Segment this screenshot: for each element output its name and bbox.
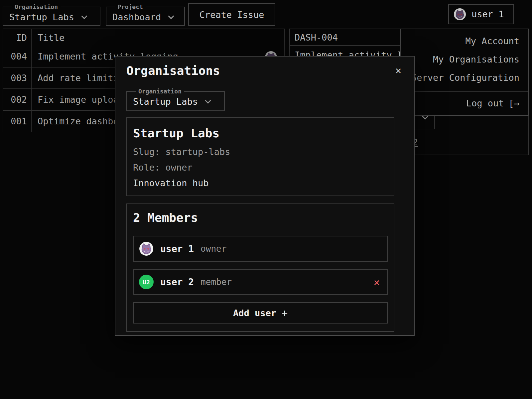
chevron-down-icon — [81, 13, 87, 19]
user-menu-button[interactable]: user 1 — [448, 4, 514, 24]
member-row-user-1: user 1 owner — [133, 236, 388, 262]
column-header-id: ID — [3, 29, 32, 46]
member-avatar-icon — [139, 241, 154, 256]
members-section: 2 Members user 1 owner U2 user 2 member — [126, 203, 394, 332]
organisation-select[interactable]: Organisation Startup Labs — [3, 3, 100, 26]
organisation-role: Role: owner — [133, 162, 387, 173]
project-select-value: Dashboard — [112, 12, 161, 22]
member-role: member — [200, 277, 232, 287]
issue-id: 004 — [3, 46, 32, 67]
menu-item-server-configuration[interactable]: Server Configuration — [401, 68, 528, 87]
chevron-down-icon — [205, 97, 211, 103]
project-select[interactable]: Project Dashboard — [106, 3, 185, 26]
menu-item-my-organisations[interactable]: My Organisations — [401, 50, 528, 68]
app-root: Organisation Startup Labs Project Dashbo… — [0, 0, 532, 399]
organisations-modal: Organisations ✕ Organisation Startup Lab… — [115, 56, 415, 336]
remove-member-button[interactable]: ✕ — [374, 276, 380, 288]
user-dropdown-menu: My Account My Organisations Server Confi… — [400, 29, 529, 116]
issue-id: 001 — [3, 111, 32, 132]
members-heading: 2 Members — [133, 211, 388, 227]
issue-id: 003 — [3, 67, 32, 88]
member-name: user 2 — [160, 277, 194, 288]
plus-icon: + — [282, 307, 288, 319]
close-button[interactable]: ✕ — [395, 65, 401, 76]
organisation-select-value: Startup Labs — [9, 12, 74, 22]
close-icon: ✕ — [395, 65, 401, 76]
member-name: user 1 — [160, 243, 194, 254]
logout-icon: [→ — [508, 98, 519, 108]
logout-button[interactable]: Log out [→ — [401, 92, 528, 114]
organisation-card: Startup Labs Slug: startup-labs Role: ow… — [126, 117, 394, 196]
user-menu-button-label: user 1 — [471, 9, 504, 19]
add-user-label: Add user — [233, 308, 276, 318]
modal-organisation-select-label: Organisation — [136, 88, 184, 95]
menu-item-my-account[interactable]: My Account — [401, 32, 528, 50]
user-avatar-icon — [454, 8, 466, 21]
create-issue-button[interactable]: Create Issue — [188, 3, 275, 26]
organisation-select-label: Organisation — [12, 3, 61, 10]
modal-organisation-select[interactable]: Organisation Startup Labs — [126, 88, 225, 111]
issues-table-header: ID Title — [3, 29, 284, 46]
member-initials-badge: U2 — [139, 275, 154, 289]
add-user-button[interactable]: Add user + — [133, 302, 388, 324]
logout-label: Log out — [466, 98, 504, 108]
remove-icon: ✕ — [374, 276, 380, 288]
modal-title: Organisations — [126, 64, 220, 77]
organisation-description: Innovation hub — [133, 178, 387, 189]
organisation-slug: Slug: startup-labs — [133, 147, 387, 157]
organisation-name: Startup Labs — [133, 126, 387, 140]
modal-organisation-select-value: Startup Labs — [133, 96, 198, 107]
chevron-down-icon — [168, 13, 174, 19]
column-header-title: Title — [32, 29, 284, 46]
member-role: owner — [200, 244, 226, 254]
project-select-label: Project — [115, 3, 146, 10]
issue-id: 002 — [3, 89, 32, 110]
member-row-user-2: U2 user 2 member ✕ — [133, 269, 388, 295]
